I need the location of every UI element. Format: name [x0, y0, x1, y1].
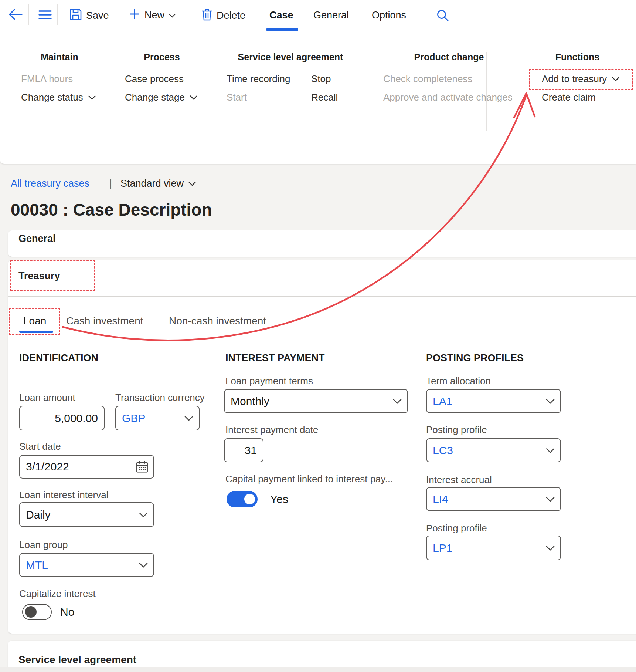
new-button[interactable]: New	[129, 8, 176, 23]
start-date-input[interactable]: 3/1/2022	[19, 455, 154, 479]
check-completeness-button[interactable]: Check completeness	[383, 72, 472, 85]
delete-button[interactable]: Delete	[201, 8, 245, 23]
interest-payment-date-input[interactable]: 31	[224, 438, 263, 462]
capitalize-interest-toggle[interactable]	[22, 604, 52, 620]
recall-button[interactable]: Recall	[311, 91, 338, 104]
general-section-card	[8, 230, 636, 257]
approve-activate-changes-button[interactable]: Approve and activate changes	[383, 91, 513, 104]
save-button[interactable]: Save	[69, 8, 109, 23]
general-section-header[interactable]: General	[18, 233, 56, 244]
loan-amount-input[interactable]: 5,000.00	[19, 406, 105, 430]
sla-section-header[interactable]: Service level agreement	[18, 654, 136, 666]
loan-payment-terms-dropdown[interactable]: Monthly	[224, 389, 408, 413]
page-title: 00030 : Case Description	[11, 200, 212, 220]
trash-icon	[201, 8, 212, 23]
chevron-down-icon	[190, 95, 198, 100]
search-icon	[436, 9, 449, 25]
back-arrow-icon	[8, 8, 23, 23]
interest-accrual-dropdown[interactable]: LI4	[426, 487, 561, 511]
chevron-down-icon	[545, 545, 555, 551]
term-allocation-label: Term allocation	[426, 375, 491, 387]
posting-profile-interest-dropdown[interactable]: LP1	[426, 536, 561, 560]
fmla-hours-button[interactable]: FMLA hours	[21, 72, 73, 85]
capitalize-interest-state: No	[60, 606, 74, 618]
toggle-knob	[25, 606, 37, 618]
treasury-section-header[interactable]: Treasury	[18, 270, 60, 282]
ribbon-divider	[368, 52, 368, 131]
change-status-label: Change status	[21, 91, 83, 104]
loan-payment-terms-value: Monthly	[231, 395, 269, 408]
sla-content-strip	[0, 667, 636, 672]
posting-profile-interest-value: LP1	[433, 542, 452, 554]
tab-general[interactable]: General	[313, 10, 349, 21]
tab-non-cash-investment[interactable]: Non-cash investment	[169, 315, 266, 327]
loan-group-dropdown[interactable]: MTL	[19, 553, 154, 577]
identification-group-header: IDENTIFICATION	[19, 352, 98, 364]
loan-interest-interval-value: Daily	[26, 509, 51, 521]
treasury-case-page: Save New Delete Case General Options	[0, 0, 636, 672]
treasury-header-divider	[8, 296, 636, 297]
calendar-icon[interactable]	[136, 461, 148, 473]
stop-button[interactable]: Stop	[311, 72, 331, 85]
create-claim-button[interactable]: Create claim	[542, 91, 596, 104]
chevron-down-icon	[184, 415, 194, 421]
chevron-down-icon	[392, 398, 402, 404]
search-button[interactable]	[436, 9, 449, 25]
back-button[interactable]	[8, 8, 23, 23]
chevron-down-icon	[612, 76, 620, 82]
chevron-down-icon	[169, 13, 176, 18]
add-to-treasury-button[interactable]: Add to treasury	[542, 72, 620, 85]
tab-case[interactable]: Case	[269, 10, 293, 21]
chevron-down-icon	[545, 447, 555, 453]
capitalize-interest-label: Capitalize interest	[19, 588, 96, 600]
tab-loan-underline	[19, 331, 53, 333]
change-stage-label: Change stage	[125, 91, 185, 104]
change-stage-button[interactable]: Change stage	[125, 91, 198, 104]
posting-profile-capital-value: LC3	[433, 444, 453, 457]
capital-payment-linked-label: Capital payment linked to interest pay..…	[225, 473, 393, 485]
start-button[interactable]: Start	[227, 91, 247, 104]
view-selector[interactable]: Standard view	[120, 178, 196, 189]
ribbon-group-functions: Functions	[532, 52, 623, 63]
capital-payment-linked-toggle[interactable]	[227, 491, 258, 507]
loan-payment-terms-label: Loan payment terms	[225, 375, 313, 387]
transaction-currency-dropdown[interactable]: GBP	[115, 406, 200, 430]
loan-group-label: Loan group	[19, 539, 68, 551]
change-status-button[interactable]: Change status	[21, 91, 96, 104]
chevron-down-icon	[545, 496, 555, 502]
interest-payment-group-header: INTEREST PAYMENT	[225, 352, 325, 364]
tab-loan[interactable]: Loan	[23, 315, 46, 327]
add-to-treasury-label: Add to treasury	[542, 72, 607, 85]
tab-cash-investment[interactable]: Cash investment	[66, 315, 143, 327]
tab-options[interactable]: Options	[372, 10, 406, 21]
save-label: Save	[86, 10, 109, 21]
tab-case-underline	[266, 28, 298, 31]
chevron-down-icon	[139, 511, 148, 518]
new-label: New	[144, 10, 164, 21]
posting-profile-capital-label: Posting profile	[426, 424, 487, 436]
time-recording-button[interactable]: Time recording	[227, 72, 290, 85]
loan-amount-value: 5,000.00	[55, 412, 98, 425]
case-process-button[interactable]: Case process	[125, 72, 184, 85]
transaction-currency-value: GBP	[122, 412, 145, 425]
menu-button[interactable]	[38, 10, 52, 23]
start-date-value: 3/1/2022	[26, 460, 69, 473]
transaction-currency-label: Transaction currency	[115, 392, 205, 403]
toolbar-divider	[57, 4, 58, 25]
ribbon-group-maintain: Maintain	[21, 52, 98, 63]
interest-accrual-value: LI4	[433, 493, 448, 506]
breadcrumb-all-treasury-cases-link[interactable]: All treasury cases	[11, 178, 89, 189]
ribbon-group-sla: Service level agreement	[227, 52, 354, 63]
posting-profile-capital-dropdown[interactable]: LC3	[426, 438, 561, 462]
term-allocation-value: LA1	[433, 395, 452, 408]
toolbar-divider	[261, 4, 261, 27]
toolbar-divider	[28, 4, 29, 25]
loan-interest-interval-label: Loan interest interval	[19, 489, 108, 501]
posting-profiles-group-header: POSTING PROFILES	[426, 352, 524, 364]
loan-interest-interval-dropdown[interactable]: Daily	[19, 502, 154, 527]
term-allocation-dropdown[interactable]: LA1	[426, 389, 561, 413]
interest-payment-date-label: Interest payment date	[225, 424, 318, 436]
breadcrumb-separator: |	[109, 178, 112, 189]
delete-label: Delete	[217, 10, 245, 21]
capital-payment-linked-state: Yes	[270, 493, 288, 506]
